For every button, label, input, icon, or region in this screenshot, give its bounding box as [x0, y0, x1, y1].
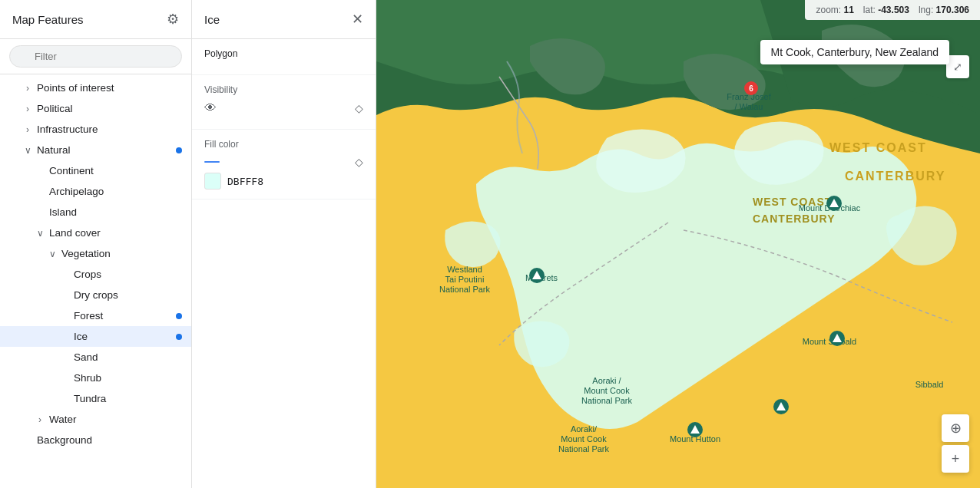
sidebar-header: Map Features ⚙	[0, 0, 191, 39]
tooltip-text: Mt Cook, Canterbury, New Zealand	[771, 46, 939, 58]
zoom-label: zoom: 11	[816, 5, 853, 15]
svg-text:CANTERBURY: CANTERBURY	[845, 170, 945, 183]
svg-text:Aoraki /: Aoraki /	[592, 376, 621, 385]
svg-text:6: 6	[749, 84, 753, 93]
sidebar-item-continent[interactable]: Continent	[0, 160, 191, 181]
sidebar-item-background[interactable]: Background	[0, 430, 191, 450]
map-coords-bar: zoom: 11 lat: -43.503 lng: 170.306	[805, 0, 980, 20]
sidebar-item-political[interactable]: ›Political	[0, 98, 191, 119]
sidebar-item-natural[interactable]: ∨Natural	[0, 140, 191, 160]
sidebar-item-tundra[interactable]: Tundra	[0, 388, 191, 409]
fill-color-label: Fill color	[204, 139, 363, 150]
svg-text:CANTERBURY: CANTERBURY	[753, 213, 835, 225]
zoom-in-button[interactable]: +	[942, 445, 969, 473]
svg-text:Mount Cook: Mount Cook	[584, 386, 630, 395]
svg-text:Sibbald: Sibbald	[915, 380, 944, 389]
eye-icon[interactable]: 👁	[204, 101, 217, 115]
sidebar-item-shrub[interactable]: Shrub	[0, 368, 191, 388]
sidebar-item-label-dry-crops: Dry crops	[74, 289, 118, 301]
detail-panel: Ice ✕ Polygon Visibility 👁 ◇ Fill color …	[192, 0, 376, 488]
zoom-value: 11	[843, 5, 853, 15]
sidebar-item-island[interactable]: Island	[0, 202, 191, 223]
svg-text:Mount Cook: Mount Cook	[561, 434, 607, 443]
fullscreen-button[interactable]: ⤢	[946, 55, 969, 78]
sidebar-item-ice[interactable]: Ice	[0, 326, 191, 347]
svg-text:National Park: National Park	[439, 285, 491, 294]
sidebar-item-label-crops: Crops	[74, 269, 101, 280]
sidebar-item-vegetation[interactable]: ∨Vegetation	[0, 243, 191, 264]
sidebar-item-label-points-of-interest: Points of interest	[37, 82, 114, 94]
svg-text:Tai Poutini: Tai Poutini	[445, 275, 485, 284]
map-area[interactable]: WEST COAST CANTERBURY WEST COAST CANTERB…	[376, 0, 980, 488]
detail-header: Ice ✕	[192, 0, 376, 39]
sidebar-item-label-background: Background	[37, 434, 92, 446]
fill-row	[204, 161, 220, 163]
sidebar-item-label-forest: Forest	[74, 310, 103, 321]
expand-arrow-vegetation: ∨	[46, 249, 58, 259]
diamond-icon[interactable]: ◇	[355, 102, 363, 114]
sidebar-item-dry-crops[interactable]: Dry crops	[0, 285, 191, 305]
map-canvas: WEST COAST CANTERBURY WEST COAST CANTERB…	[376, 0, 980, 488]
visibility-section: Visibility 👁 ◇	[192, 75, 376, 130]
svg-text:Mount Sibbald: Mount Sibbald	[803, 337, 856, 346]
sidebar-item-label-political: Political	[37, 103, 73, 114]
sidebar-item-forest[interactable]: Forest	[0, 305, 191, 326]
expand-arrow-land-cover: ∨	[34, 228, 46, 239]
active-dot-forest	[176, 313, 182, 319]
lng-value: 170.306	[936, 5, 969, 15]
active-dot-natural	[176, 147, 182, 153]
lng-label: lng: 170.306	[919, 5, 969, 15]
filter-bar: ⊟	[0, 39, 191, 74]
sidebar-item-label-ice: Ice	[74, 331, 88, 342]
fill-color-control: ◇	[204, 156, 363, 168]
map-tooltip: Mt Cook, Canterbury, New Zealand	[760, 40, 949, 64]
sidebar-item-label-sand: Sand	[74, 351, 98, 363]
polygon-section: Polygon	[192, 39, 376, 75]
expand-arrow-political: ›	[22, 104, 34, 114]
expand-arrow-natural: ∨	[22, 145, 34, 156]
fill-diamond-icon[interactable]: ◇	[355, 156, 363, 168]
sidebar-item-water[interactable]: ›Water	[0, 409, 191, 430]
detail-body	[192, 199, 376, 488]
svg-text:National Park: National Park	[558, 444, 610, 453]
sidebar-item-label-water: Water	[49, 414, 77, 425]
fill-hex-label: DBFFF8	[227, 176, 263, 187]
fill-swatch[interactable]	[204, 173, 221, 190]
detail-title: Ice	[204, 13, 220, 26]
sidebar-item-infrastructure[interactable]: ›Infrastructure	[0, 119, 191, 140]
sidebar-item-archipelago[interactable]: Archipelago	[0, 181, 191, 202]
sidebar-item-crops[interactable]: Crops	[0, 264, 191, 285]
svg-text:WEST COAST: WEST COAST	[829, 141, 927, 154]
svg-text:Aoraki/: Aoraki/	[571, 424, 598, 434]
close-icon[interactable]: ✕	[352, 11, 363, 28]
fill-line	[204, 161, 220, 163]
expand-arrow-water: ›	[34, 414, 46, 425]
svg-text:/ Walau: / Walau	[735, 102, 763, 111]
active-dot-ice	[176, 334, 182, 340]
sidebar-item-label-vegetation: Vegetation	[61, 248, 111, 259]
svg-text:National Park: National Park	[581, 396, 633, 405]
map-controls: ⊕ +	[942, 414, 969, 473]
visibility-control: 👁 ◇	[204, 101, 363, 115]
sidebar-title: Map Features	[12, 13, 84, 26]
sidebar-item-label-archipelago: Archipelago	[49, 186, 104, 197]
filter-input[interactable]	[9, 45, 182, 68]
expand-arrow-points-of-interest: ›	[22, 83, 34, 94]
gear-icon[interactable]: ⚙	[167, 11, 179, 28]
fill-color-section: Fill color ◇ DBFFF8	[192, 130, 376, 199]
sidebar-item-label-natural: Natural	[37, 144, 71, 156]
sidebar: Map Features ⚙ ⊟ ›Points of interest›Pol…	[0, 0, 192, 488]
sidebar-item-label-land-cover: Land cover	[49, 227, 101, 239]
svg-text:Westland: Westland	[447, 265, 482, 274]
sidebar-item-land-cover[interactable]: ∨Land cover	[0, 223, 191, 243]
location-button[interactable]: ⊕	[942, 414, 969, 442]
fill-swatch-row[interactable]: DBFFF8	[204, 173, 363, 190]
sidebar-item-points-of-interest[interactable]: ›Points of interest	[0, 77, 191, 98]
polygon-label: Polygon	[204, 48, 363, 59]
sidebar-item-label-island: Island	[49, 206, 77, 218]
expand-arrow-infrastructure: ›	[22, 124, 34, 135]
sidebar-item-sand[interactable]: Sand	[0, 347, 191, 368]
feature-tree: ›Points of interest›Political›Infrastruc…	[0, 74, 191, 488]
visibility-label: Visibility	[204, 84, 363, 95]
lat-value: -43.503	[878, 5, 909, 15]
